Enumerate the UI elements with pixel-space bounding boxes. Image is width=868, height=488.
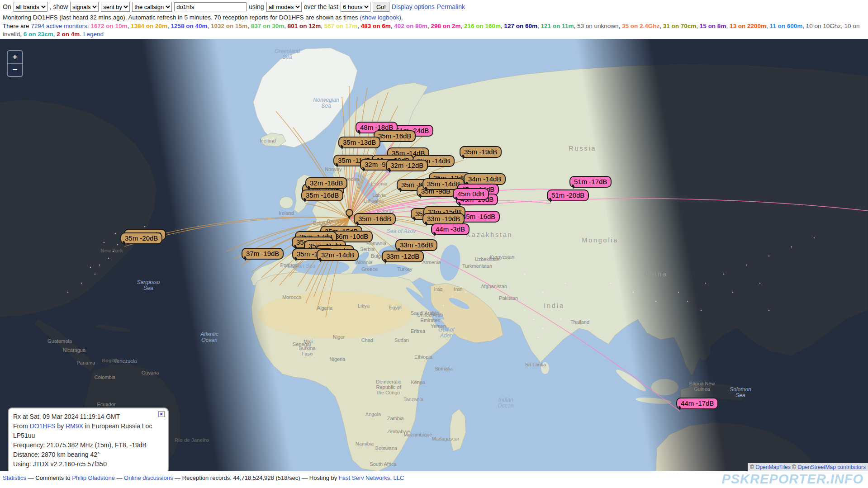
reception-report-balloon[interactable]: 35m -13dB [338,137,380,148]
map-zoom-control: + − [7,50,23,77]
band-stat: 127 on 60m [504,23,538,29]
reception-report-balloon[interactable]: 33m -16dB [395,239,437,251]
reception-records-text: Reception records: 44,718,524,928 (518/s… [182,474,300,481]
period-select[interactable]: 6 hours [341,2,370,12]
band-stat: 837 on 30m [251,23,285,29]
callsign-input[interactable] [174,2,247,11]
reception-report-balloon[interactable]: 32m -18dB [305,177,347,189]
band-stat: 1258 on 40m [171,23,208,29]
openmaptiles-link[interactable]: OpenMapTiles [755,464,791,470]
band-stat: 35 on 2.4Ghz [622,23,659,29]
reception-report-balloon[interactable]: 44m -3dB [431,223,470,235]
rx-callsign-link[interactable]: RM9X [66,422,83,430]
band-stat: 2 on 4m [57,31,80,38]
openstreetmap-link[interactable]: OpenStreetMap contributors [797,464,866,470]
online-discussions-link[interactable]: Online discussions [124,474,173,481]
reception-detail-popup: ✕ Rx at Sat, 09 Mar 2024 11:19:14 GMT Fr… [8,407,169,471]
transmitter-marker[interactable] [346,209,353,217]
band-stat: 1032 on 15m [211,23,247,29]
reception-report-balloon[interactable]: 35m -16dB [301,190,343,201]
band-stat: 13 on 2200m [730,23,766,29]
zoom-in-button[interactable]: + [8,51,22,63]
map-canvas[interactable]: Greenland SeaNorwegian SeaIcelandNorwayS… [0,39,868,471]
show-select[interactable]: signals [70,2,99,12]
band-stat: 402 on 80m [394,23,427,29]
query-toolbar: On all bands , show signals sent by the … [3,2,868,12]
band-stat: 1384 on 20m [131,23,167,29]
popup-rx-time: Rx at Sat, 09 Mar 2024 11:19:14 GMT [13,412,163,422]
band-stat: 15 on 8m [700,23,726,29]
band-stat: 6 on 23cm [24,31,53,38]
tx-callsign-link[interactable]: DO1HFS [30,422,56,430]
display-options-link[interactable]: Display options [392,3,435,10]
reception-report-balloon[interactable]: 45m 0dB [453,188,489,200]
band-stat: 31 on 70cm [663,23,697,29]
philip-gladstone-link[interactable]: Philip Gladstone [72,474,115,481]
go-button[interactable]: Go! [373,2,389,12]
reception-report-balloon[interactable]: 32m -14dB [317,249,359,261]
footer-links: Statistics — Comments to Philip Gladston… [3,474,404,481]
reception-report-balloon[interactable]: 35m -19dB [460,146,502,158]
band-stat: 10 on 10Ghz [806,23,841,29]
balloons-layer: 51m -24dB48m -18dB35m -16dB35m -13dB35m … [0,39,868,471]
reception-report-balloon[interactable]: 51m -17dB [569,176,612,188]
reception-report-balloon[interactable]: 35m -16dB [354,213,396,225]
fastserv-link[interactable]: Fast Serv Networks, LLC [339,474,404,481]
overlast-label: over the last [304,3,338,10]
monitors-bands: 1672 on 10m, 1384 on 20m, 1258 on 40m, 1… [3,23,859,38]
reception-report-balloon[interactable]: 44m -17dB [676,398,718,409]
reception-report-balloon[interactable]: 33m -12dB [382,251,424,262]
band-stat: 567 on 17m [324,23,358,29]
callsign-mode-select[interactable]: the callsign [132,2,172,12]
sentby-select[interactable]: sent by [101,2,130,12]
zoom-out-button[interactable]: − [8,63,22,76]
band-stat: 1672 on 10m [90,23,127,29]
permalink-link[interactable]: Permalink [437,3,465,10]
band-stat: 298 on 2m [431,23,460,29]
using-label: using [249,3,264,10]
band-stat: 121 on 11m [541,23,574,29]
bands-select[interactable]: all bands [14,2,47,12]
legend-link[interactable]: Legend [83,31,104,38]
statistics-link[interactable]: Statistics [3,474,26,481]
close-icon[interactable]: ✕ [158,411,165,417]
reception-report-balloon[interactable]: 32m -12dB [386,160,428,171]
popup-frequency: Frequency: 21.075.382 MHz (15m), FT8, -1… [13,441,163,450]
show-label: , show [50,3,68,10]
monitors-line: There are 7294 active monitors: 1672 on … [3,22,867,38]
reception-report-balloon[interactable]: 35m -20dB [120,232,162,244]
band-stat: 801 on 12m [288,23,321,29]
pskreporter-watermark: PSKREPORTER.INFO [721,472,863,487]
band-stat: 53 on unknown [577,23,619,29]
popup-from-line: From DO1HFS by RM9X in European Russia L… [13,422,163,441]
status-text: Monitoring DO1HFS (last heard 32 mins ag… [3,14,360,21]
reception-report-balloon[interactable]: 51m -20dB [547,190,589,201]
band-stat: 483 on 6m [361,23,391,29]
reception-report-balloon[interactable]: 37m -19dB [242,248,284,260]
popup-distance: Distance: 2870 km bearing 42° [13,450,163,460]
map-attribution: © OpenMapTiles © OpenStreetMap contribut… [748,463,868,471]
status-line: Monitoring DO1HFS (last heard 32 mins ag… [3,14,868,22]
popup-software: Using: JTDX v2.2.160-rc5 57f350 [13,460,163,469]
show-logbook-link[interactable]: (show logbook) [360,14,401,21]
monitors-prefix: There are [3,23,31,29]
header: On all bands , show signals sent by the … [0,0,868,39]
active-monitors-link[interactable]: 7294 active monitors [31,23,87,29]
band-stat: 216 on 160m [464,23,501,29]
on-label: On [3,3,11,10]
modes-select[interactable]: all modes [266,2,302,12]
band-stat: 11 on 600m [769,23,802,29]
footer: Statistics — Comments to Philip Gladston… [0,471,868,486]
